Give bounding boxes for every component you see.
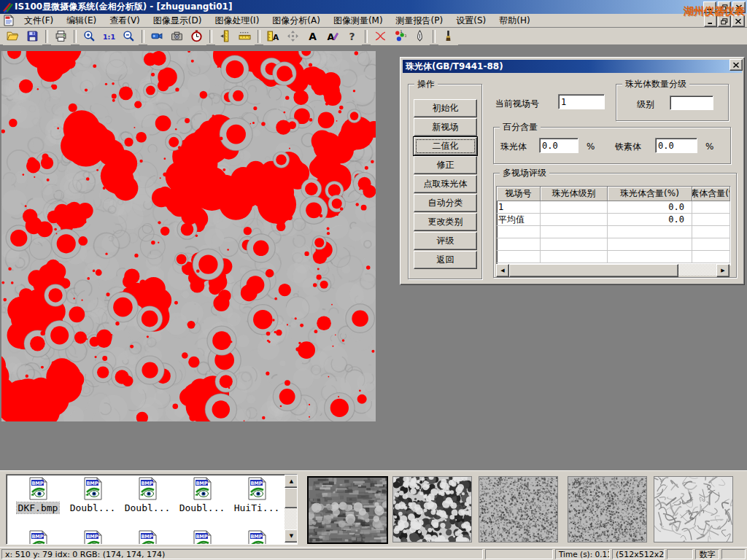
thumbnail-image-2[interactable] xyxy=(479,476,558,542)
auto-classify-button[interactable]: 自动分类 xyxy=(414,194,477,212)
status-blank-3 xyxy=(721,549,746,559)
table-row-0[interactable]: 10.0 xyxy=(497,201,730,214)
file-item-3[interactable]: BMPDoubl... xyxy=(175,477,229,513)
toolbar-measure-text-button[interactable]: A xyxy=(263,28,283,45)
toolbar-pen-button[interactable] xyxy=(410,28,430,45)
toolbar-curve-tool-button[interactable] xyxy=(371,28,390,45)
print-icon xyxy=(55,30,67,42)
file-item-4[interactable]: BMPHuiTi... xyxy=(230,477,284,513)
menu-item-image-display[interactable]: 图像显示(D) xyxy=(147,13,209,28)
pick-pearlite-button[interactable]: 点取珠光体 xyxy=(414,175,477,193)
scrollbar-thumb[interactable] xyxy=(285,488,298,508)
thumbnail-image-0[interactable] xyxy=(307,476,388,544)
dialog-titlebar[interactable]: 珠光体(GB/T9441-88) xyxy=(403,60,742,73)
mdi-minimize-button[interactable] xyxy=(704,15,717,27)
pen-icon xyxy=(414,30,426,42)
menu-item-image-process[interactable]: 图像处理(I) xyxy=(208,13,266,28)
menu-item-image-analysis[interactable]: 图像分析(A) xyxy=(266,13,327,28)
current-field-input[interactable] xyxy=(558,94,605,109)
file-item-row2-4[interactable]: BMP xyxy=(230,530,284,545)
toolbar-zoom-out-button[interactable] xyxy=(119,28,139,45)
mdi-restore-button[interactable] xyxy=(718,15,731,27)
menu-item-image-measure[interactable]: 图像测量(M) xyxy=(327,13,390,28)
file-item-0[interactable]: BMPDKF.bmp xyxy=(11,477,65,513)
toolbar-save-button[interactable] xyxy=(23,28,42,45)
table-h-scrollbar[interactable]: ◀ ▶ xyxy=(496,264,729,276)
change-class-button[interactable]: 更改类别 xyxy=(414,213,477,231)
file-item-2[interactable]: BMPDoubl... xyxy=(120,477,174,513)
level-input[interactable] xyxy=(670,96,713,110)
actual-size-icon: 1:1 xyxy=(103,30,115,42)
file-name: Doubl... xyxy=(69,502,117,513)
close-button[interactable] xyxy=(732,1,746,13)
file-browser[interactable]: ▲ ▼ BMPDKF.bmpBMPBMPDoubl...BMPBMPDoubl.… xyxy=(6,474,298,545)
scrollbar-thumb[interactable] xyxy=(509,264,678,277)
menu-item-settings[interactable]: 设置(S) xyxy=(449,13,492,28)
toolbar-timer-button[interactable] xyxy=(187,28,206,45)
toolbar-text-label-button[interactable]: A xyxy=(303,28,322,45)
correct-button[interactable]: 修正 xyxy=(414,156,477,174)
scroll-up-icon[interactable]: ▲ xyxy=(285,475,298,488)
dialog-close-button[interactable] xyxy=(729,59,743,71)
toolbar-camera-button[interactable] xyxy=(167,28,187,45)
menu-item-file[interactable]: 文件(F) xyxy=(18,13,60,28)
table-cell xyxy=(541,201,608,214)
restore-button[interactable] xyxy=(718,1,731,13)
thumbnail-image-3[interactable] xyxy=(568,476,647,542)
toolbar-open-button[interactable] xyxy=(3,28,23,45)
toolbar-print-button[interactable] xyxy=(51,28,71,45)
metallographic-image[interactable] xyxy=(1,51,376,421)
toolbar: 1:1AAA?13 xyxy=(0,28,747,45)
file-item-row2-2[interactable]: BMP xyxy=(120,530,174,545)
thumbnail-image-4[interactable] xyxy=(654,476,733,542)
binarize-button[interactable]: 二值化 xyxy=(414,137,477,155)
new-field-button[interactable]: 新视场 xyxy=(414,118,477,136)
toolbar-ruler-button[interactable] xyxy=(235,28,255,45)
scroll-right-icon[interactable]: ▶ xyxy=(716,264,729,277)
table-cell xyxy=(497,238,541,251)
menu-item-measure-report[interactable]: 测量报告(P) xyxy=(390,13,450,28)
status-time: Time (s): 0.113 xyxy=(555,549,610,559)
bmp-file-icon: BMP xyxy=(82,492,104,502)
toolbar-help-button[interactable]: ? xyxy=(342,28,362,45)
menu-item-edit[interactable]: 编辑(E) xyxy=(60,13,103,28)
pearlite-percent-input[interactable] xyxy=(539,138,578,153)
initialize-button[interactable]: 初始化 xyxy=(414,99,477,117)
menu-item-view[interactable]: 查看(V) xyxy=(103,13,147,28)
file-item-row2-0[interactable]: BMP xyxy=(11,530,65,545)
ferrite-percent-input[interactable] xyxy=(655,138,697,153)
rate-button[interactable]: 评级 xyxy=(414,232,477,250)
scroll-left-icon[interactable]: ◀ xyxy=(496,264,509,277)
multifield-table[interactable]: 视场号珠光体级别珠光体含量(%)铁素体含量(%)10.0平均值0.0 xyxy=(496,186,731,265)
table-header-1: 珠光体级别 xyxy=(541,187,608,201)
percent-group: 百分含量 珠光体 % 铁素体 % xyxy=(493,127,731,164)
return-button[interactable]: 返回 xyxy=(414,251,477,269)
timer-icon xyxy=(190,30,203,42)
mdi-close-button[interactable] xyxy=(732,15,745,27)
toolbar-count-points-button[interactable]: 13 xyxy=(390,28,410,45)
operation-legend: 操作 xyxy=(414,79,438,89)
toolbar-brush-button[interactable] xyxy=(438,28,458,45)
app-logo-icon xyxy=(2,1,14,13)
toolbar-zoom-in-button[interactable] xyxy=(80,28,99,45)
document-icon[interactable] xyxy=(3,15,15,26)
table-row-3[interactable] xyxy=(497,238,730,251)
file-item-row2-1[interactable]: BMP xyxy=(66,530,120,545)
table-row-4[interactable] xyxy=(497,251,730,263)
toolbar-text-edit-button[interactable]: A xyxy=(322,28,342,45)
file-item-row2-3[interactable]: BMP xyxy=(175,530,229,545)
pearlite-label: 珠光体 xyxy=(500,141,527,153)
scroll-down-icon[interactable]: ▼ xyxy=(285,529,298,542)
table-row-2[interactable] xyxy=(497,226,730,238)
menu-item-help[interactable]: 帮助(H) xyxy=(492,13,536,28)
toolbar-caliper-button[interactable] xyxy=(215,28,235,45)
minimize-button[interactable] xyxy=(703,1,716,13)
toolbar-video-camera-button[interactable] xyxy=(147,28,167,45)
thumbnail-image-1[interactable] xyxy=(392,476,472,542)
toolbar-actual-size-button[interactable]: 1:1 xyxy=(99,28,119,45)
mdi-client-area: 珠光体(GB/T9441-88) 操作 初始化新视场二值化修正点取珠光体自动分类… xyxy=(0,45,747,470)
file-v-scrollbar[interactable]: ▲ ▼ xyxy=(285,475,297,542)
toolbar-move-button[interactable] xyxy=(283,28,303,45)
table-row-1[interactable]: 平均值0.0 xyxy=(497,214,730,226)
file-item-1[interactable]: BMPDoubl... xyxy=(66,477,120,513)
